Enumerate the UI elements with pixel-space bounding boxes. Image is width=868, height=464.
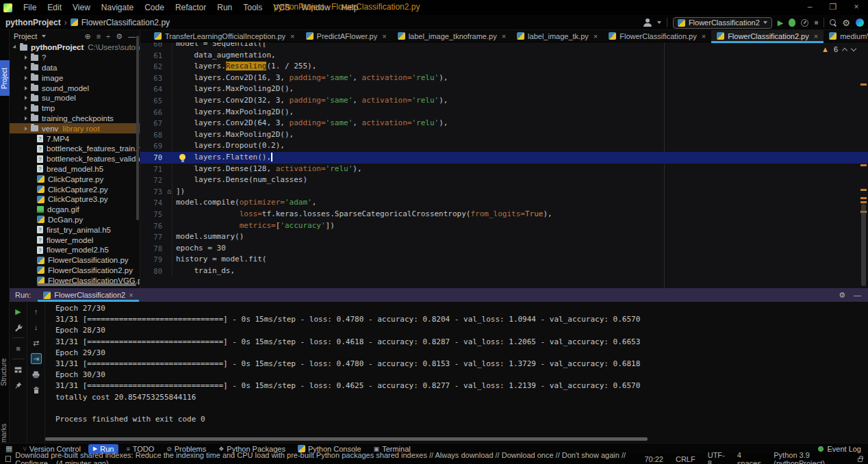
code-line-68[interactable]: 68 layers.MaxPooling2D(), bbox=[140, 129, 868, 141]
breadcrumb-file[interactable]: FlowerClassification2.py bbox=[81, 18, 170, 27]
user-account-icon[interactable] bbox=[643, 18, 652, 27]
prev-warning-icon[interactable] bbox=[842, 47, 847, 53]
edit-configuration-wrench-icon[interactable] bbox=[13, 322, 24, 333]
caret-position-widget[interactable]: 70:22 bbox=[644, 455, 663, 463]
code-line-72[interactable]: 72 layers.Dense(num_classes) bbox=[140, 175, 868, 186]
chevron-collapsed-icon[interactable] bbox=[25, 106, 27, 110]
clear-output-trash-icon[interactable] bbox=[31, 385, 42, 396]
code-line-78[interactable]: 78epochs = 30 bbox=[140, 243, 868, 255]
read-lock-icon[interactable] bbox=[858, 458, 863, 462]
tree-item-clickcapture2-py[interactable]: ClickCapture2.py bbox=[10, 184, 140, 194]
chevron-collapsed-icon[interactable] bbox=[25, 76, 27, 80]
code-editor[interactable]: 60model = Sequential([61 data_augmentati… bbox=[140, 42, 868, 288]
locate-file-icon[interactable]: ⊕ bbox=[84, 32, 90, 41]
tool-window-quick-access-icon[interactable]: ▦ bbox=[3, 444, 15, 453]
tree-item-flower-model2-h5[interactable]: ?flower_model2.h5 bbox=[10, 245, 140, 255]
warning-stripe-mark[interactable] bbox=[860, 201, 867, 203]
close-tab-icon[interactable]: × bbox=[502, 32, 506, 40]
indent-widget[interactable]: 4 spaces bbox=[737, 451, 761, 464]
run-tab[interactable]: FlowerClassification2 × bbox=[38, 288, 138, 302]
tree-item-dcgan-gif[interactable]: dcgan.gif bbox=[10, 205, 140, 215]
tree-item-bottleneck-features-train-npy[interactable]: ?bottleneck_features_train.npy bbox=[10, 144, 140, 154]
menu-tools[interactable]: Tools bbox=[238, 3, 268, 12]
warning-stripe-mark[interactable] bbox=[860, 197, 867, 199]
run-panel-settings-gear-icon[interactable]: ⚙ bbox=[839, 291, 845, 300]
editor-tab[interactable]: label_image_tk.py× bbox=[511, 30, 603, 42]
editor-vertical-scrollbar[interactable] bbox=[861, 204, 866, 286]
close-tab-icon[interactable]: × bbox=[382, 32, 386, 40]
chevron-collapsed-icon[interactable] bbox=[25, 86, 27, 90]
project-vertical-scrollbar[interactable] bbox=[136, 36, 139, 220]
editor-tab[interactable]: TransferLearningOfficialInception.py× bbox=[149, 30, 301, 42]
tree-item-flowerclassification2-py[interactable]: FlowerClassification2.py bbox=[10, 266, 140, 276]
menu-refactor[interactable]: Refactor bbox=[170, 3, 212, 12]
warning-stripe-mark[interactable] bbox=[860, 83, 867, 86]
maximize-button[interactable]: ❐ bbox=[821, 0, 845, 15]
code-line-70[interactable]: 70 layers.Flatten(), bbox=[140, 152, 868, 164]
status-message[interactable]: Download pre-built shared indexes: Reduc… bbox=[15, 451, 640, 464]
code-line-73[interactable]: 73⌂]) bbox=[140, 186, 868, 198]
tree-item-flowerclassification-py[interactable]: FlowerClassification.py bbox=[10, 255, 140, 266]
editor-tab[interactable]: FlowerClassification.py× bbox=[603, 30, 711, 42]
code-line-67[interactable]: 67 layers.Conv2D(64, 3, padding='same', … bbox=[140, 118, 868, 129]
tree-item-clickcapture3-py[interactable]: ClickCapture3.py bbox=[10, 194, 140, 205]
menu-code[interactable]: Code bbox=[139, 3, 170, 12]
tree-item-su-model[interactable]: su_model bbox=[10, 93, 140, 103]
chevron-collapsed-icon[interactable] bbox=[25, 55, 27, 60]
warning-stripe-mark[interactable] bbox=[860, 164, 867, 166]
stripe-tab-project[interactable]: Project bbox=[0, 60, 10, 96]
print-icon[interactable] bbox=[31, 369, 42, 380]
menu-navigate[interactable]: Navigate bbox=[96, 3, 139, 12]
tree-item-pythonproject[interactable]: pythonProjectC:\Users\suton\Pych bbox=[10, 42, 140, 53]
profiler-button[interactable] bbox=[801, 19, 808, 27]
next-warning-icon[interactable] bbox=[851, 45, 856, 51]
code-line-62[interactable]: 62 layers.Rescaling(1. / 255), bbox=[140, 61, 868, 73]
chevron-collapsed-icon[interactable] bbox=[25, 127, 27, 131]
stripe-tab-structure[interactable]: Structure bbox=[0, 345, 10, 400]
soft-wrap-icon[interactable]: ⇄ bbox=[31, 337, 42, 348]
console-horizontal-scrollbar[interactable] bbox=[45, 437, 648, 441]
editor-tab[interactable]: mediumVGG.py× bbox=[824, 30, 868, 42]
warning-stripe-mark[interactable] bbox=[860, 189, 867, 191]
up-stack-trace-icon[interactable]: ↑ bbox=[31, 306, 42, 317]
run-configuration-select[interactable]: FlowerClassification2 bbox=[673, 17, 772, 29]
tree-item-clickcapture-py[interactable]: ClickCapture.py bbox=[10, 174, 140, 184]
code-line-76[interactable]: 76 metrics=['accuracy']) bbox=[140, 220, 868, 232]
stop-button[interactable]: ■ bbox=[814, 19, 818, 26]
breadcrumb-project[interactable]: pythonProject bbox=[5, 18, 61, 27]
close-button[interactable]: × bbox=[845, 0, 868, 15]
code-line-65[interactable]: 65 layers.Conv2D(32, 3, padding='same', … bbox=[140, 95, 868, 107]
tree-item-venv[interactable]: venvlibrary root bbox=[10, 123, 140, 133]
rerun-button[interactable]: ▶ bbox=[13, 306, 24, 317]
collapse-all-icon[interactable]: ÷ bbox=[106, 32, 110, 40]
tree-item-sound-model[interactable]: sound_model bbox=[10, 83, 140, 93]
panel-settings-gear-icon[interactable]: ⚙ bbox=[116, 32, 123, 41]
code-line-71[interactable]: 71 layers.Dense(128, activation='relu'), bbox=[140, 164, 868, 175]
debug-button[interactable] bbox=[789, 18, 795, 27]
editor-tab[interactable]: label_image_tknoframe.py× bbox=[392, 30, 511, 42]
menu-view[interactable]: View bbox=[67, 3, 96, 12]
code-line-74[interactable]: 74model.compile(optimizer='adam', bbox=[140, 197, 868, 209]
fold-marker-icon[interactable]: ⌂ bbox=[167, 186, 171, 198]
menu-run[interactable]: Run bbox=[212, 3, 238, 12]
interpreter-widget[interactable]: Python 3.9 (pythonProject) bbox=[774, 451, 845, 464]
tree-item-first-try-animal-h5[interactable]: ?first_try_animal.h5 bbox=[10, 224, 140, 235]
editor-tab[interactable]: PredictAFlower.py× bbox=[301, 30, 392, 42]
tree-item-training-checkpoints[interactable]: training_checkpoints bbox=[10, 114, 140, 124]
code-with-me-icon[interactable] bbox=[856, 18, 864, 27]
code-line-80[interactable]: 80 train_ds, bbox=[140, 266, 868, 277]
close-tab-icon[interactable]: × bbox=[814, 32, 818, 40]
run-console-output[interactable]: Epoch 27/3031/31 [======================… bbox=[45, 302, 868, 435]
search-everywhere-icon[interactable] bbox=[830, 19, 837, 26]
code-line-75[interactable]: 75 loss=tf.keras.losses.SparseCategorica… bbox=[140, 209, 868, 220]
inspections-widget[interactable]: ▲ 6 bbox=[821, 45, 856, 53]
chevron-collapsed-icon[interactable] bbox=[25, 66, 27, 70]
pin-tab-icon[interactable] bbox=[13, 380, 24, 391]
menu-edit[interactable]: Edit bbox=[42, 3, 67, 12]
code-line-79[interactable]: 79history = model.fit( bbox=[140, 254, 868, 266]
tree-item-data[interactable]: data bbox=[10, 63, 140, 73]
tree-item-tmp[interactable]: tmp bbox=[10, 103, 140, 114]
stop-process-button[interactable]: ■ bbox=[13, 343, 24, 354]
tree-item-image[interactable]: image bbox=[10, 73, 140, 83]
project-view-dropdown-icon[interactable] bbox=[42, 35, 46, 38]
